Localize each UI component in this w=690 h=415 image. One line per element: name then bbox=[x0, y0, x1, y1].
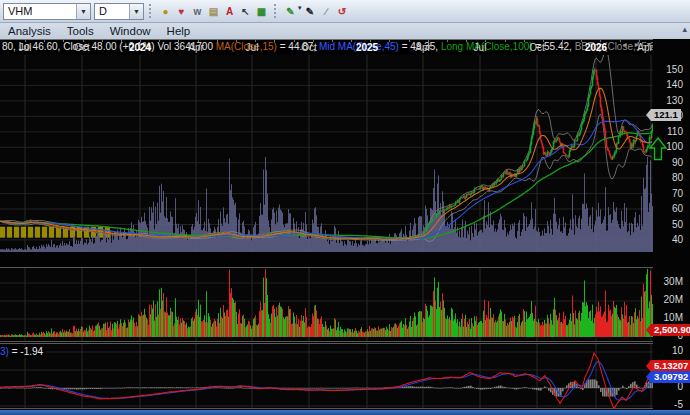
cursor-icon[interactable]: ↖ bbox=[238, 4, 253, 19]
window-bottom-border bbox=[0, 410, 690, 415]
x-axis-tick bbox=[217, 39, 218, 42]
x-axis-tick bbox=[121, 39, 122, 42]
price-axis-label: 80 bbox=[672, 172, 683, 184]
volume-pane-canvas[interactable] bbox=[0, 267, 653, 341]
price-axis-label: 100 bbox=[666, 141, 683, 153]
interval-value: D bbox=[95, 5, 129, 17]
chart-style-icon[interactable]: ● bbox=[158, 4, 173, 19]
menu-item-window[interactable]: Window bbox=[102, 23, 159, 39]
price-axis-label: 90 bbox=[672, 157, 683, 169]
x-axis-tick bbox=[102, 39, 103, 42]
value-axis-column: 15014013012011010090807060504030M20M10M0… bbox=[653, 39, 690, 410]
volume-axis-label: 10M bbox=[664, 312, 683, 324]
x-axis-tick bbox=[178, 39, 179, 42]
x-axis-label: Apr bbox=[188, 42, 204, 53]
price-axis-label: 60 bbox=[672, 203, 683, 215]
x-axis-tick bbox=[63, 39, 64, 42]
menu-item-tools[interactable]: Tools bbox=[59, 23, 102, 39]
x-axis-label: Oct bbox=[301, 42, 317, 53]
price-axis-label: 140 bbox=[666, 79, 683, 91]
menubar-collapse-icon[interactable]: ▴ bbox=[682, 24, 687, 34]
menubar: AnalysisToolsWindowHelp▴ bbox=[0, 23, 690, 39]
price-axis-label: 110 bbox=[667, 126, 683, 138]
x-axis-tick bbox=[294, 39, 295, 42]
price-axis-label: 70 bbox=[672, 188, 683, 200]
interval-combobox[interactable]: D ▼ bbox=[94, 3, 144, 20]
oscillator-pane-canvas[interactable] bbox=[0, 343, 653, 408]
x-axis-label: 2026 bbox=[585, 42, 607, 53]
x-axis-tick bbox=[274, 39, 275, 42]
last-volume-tag: 2,500.90 bbox=[646, 324, 690, 336]
marker-tool-icon[interactable]: ✎ bbox=[283, 4, 298, 19]
oscillator-title-value: = -1.94 bbox=[9, 346, 43, 357]
eraser-tool-icon[interactable]: ↺ bbox=[335, 4, 350, 19]
toolbar: VHM ▼ D ▼ ●♥w▤A↖▦ ✎▾✎∕↺ bbox=[0, 0, 690, 23]
x-axis-tick bbox=[466, 39, 467, 42]
x-axis-tick bbox=[389, 39, 390, 42]
oscillator-axis-label: 10 bbox=[672, 345, 683, 357]
oscillator-title-prefix: 3) bbox=[0, 346, 9, 357]
oscillator-pane-title: 3) = -1.94 bbox=[0, 345, 46, 358]
price-pane-canvas[interactable] bbox=[0, 55, 653, 252]
menu-item-analysis[interactable]: Analysis bbox=[0, 23, 59, 39]
trading-app-window: VHM ▼ D ▼ ●♥w▤A↖▦ ✎▾✎∕↺ AnalysisToolsWin… bbox=[0, 0, 690, 415]
x-axis-tick bbox=[505, 39, 506, 42]
x-axis-label: Apr bbox=[637, 42, 653, 53]
x-axis-tick bbox=[447, 39, 448, 42]
x-axis-tick bbox=[524, 39, 525, 42]
watchlist-icon[interactable]: w bbox=[190, 4, 205, 19]
price-axis-label: 40 bbox=[672, 234, 683, 246]
folder-icon[interactable]: ▤ bbox=[206, 4, 221, 19]
toolbar-icon-group-2: ✎▾✎∕↺ bbox=[283, 4, 350, 19]
buy-signal-arrow-icon bbox=[649, 137, 667, 161]
toolbar-separator bbox=[274, 4, 278, 18]
layout-icon[interactable]: ▦ bbox=[254, 4, 269, 19]
x-axis-tick bbox=[236, 39, 237, 42]
annotation-icon[interactable]: A bbox=[222, 4, 237, 19]
price-axis-label: 50 bbox=[672, 219, 683, 231]
symbol-dropdown-icon[interactable]: ▼ bbox=[76, 4, 90, 19]
x-axis-tick bbox=[332, 39, 333, 42]
price-axis-label: 130 bbox=[666, 95, 683, 107]
x-axis-label: Oct bbox=[74, 42, 90, 53]
favorites-icon[interactable]: ♥ bbox=[174, 4, 189, 19]
x-axis-tick bbox=[44, 39, 45, 42]
menu-item-help[interactable]: Help bbox=[159, 23, 199, 39]
x-axis-label: 2024 bbox=[129, 42, 151, 53]
volume-axis-label: 20M bbox=[664, 294, 683, 306]
x-axis-tick bbox=[351, 39, 352, 42]
last-price-tag: 121.1 bbox=[646, 109, 681, 121]
x-axis-tick bbox=[562, 39, 563, 42]
symbol-value: VHM bbox=[4, 5, 76, 17]
pencil-tool-icon[interactable]: ✎ bbox=[303, 4, 318, 19]
x-axis-label: Jul bbox=[246, 42, 259, 53]
line-tool-icon[interactable]: ∕ bbox=[319, 4, 334, 19]
x-axis-tick bbox=[620, 39, 621, 42]
oscillator-blue-value-tag: 3.09792 bbox=[646, 371, 690, 383]
pane-splitter[interactable] bbox=[0, 408, 690, 409]
x-axis-label: Jul bbox=[19, 42, 32, 53]
price-axis-label: 150 bbox=[666, 64, 683, 76]
x-axis-tick bbox=[581, 39, 582, 42]
x-axis-tick bbox=[409, 39, 410, 42]
x-axis-tick bbox=[159, 39, 160, 42]
interval-dropdown-icon[interactable]: ▼ bbox=[129, 4, 143, 19]
pane-splitter[interactable] bbox=[0, 341, 690, 342]
toolbar-separator bbox=[149, 4, 153, 18]
chart-title-segment: Long MA(Close,100) bbox=[441, 41, 533, 52]
symbol-combobox[interactable]: VHM ▼ bbox=[3, 3, 91, 20]
toolbar-icon-group-1: ●♥w▤A↖▦ bbox=[158, 4, 269, 19]
volume-axis-label: 30M bbox=[664, 276, 683, 288]
x-axis-label: Oct bbox=[529, 42, 545, 53]
chart-title-segment: 80, Lo 46.60, Close 48.00 (+0.1%) Vol 36… bbox=[2, 41, 216, 52]
x-axis-label: Jul bbox=[474, 42, 487, 53]
marker-dropdown-icon[interactable]: ▾ bbox=[298, 4, 302, 19]
x-axis-label: 2025 bbox=[356, 42, 378, 53]
chart-window: 80, Lo 46.60, Close 48.00 (+0.1%) Vol 36… bbox=[0, 39, 690, 410]
x-axis-label: Apr bbox=[415, 42, 431, 53]
